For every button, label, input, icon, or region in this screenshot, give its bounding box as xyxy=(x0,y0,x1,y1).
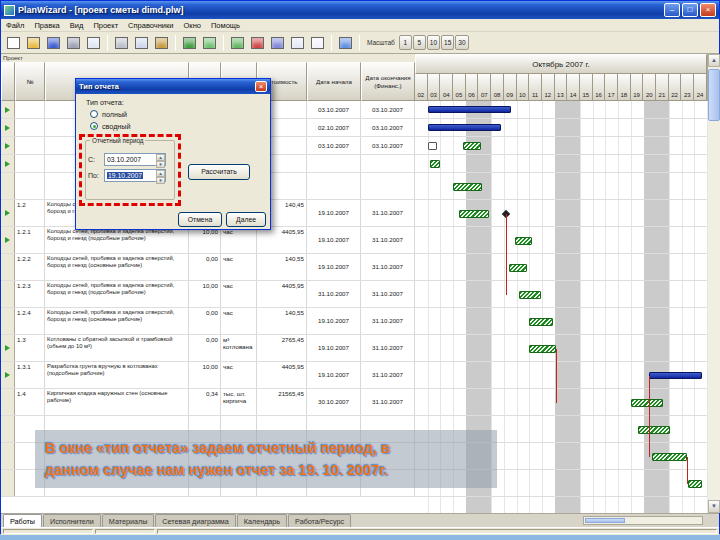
close-button[interactable]: × xyxy=(700,3,716,17)
report-type-option-0[interactable]: полный xyxy=(90,108,131,120)
horizontal-scrollbar[interactable] xyxy=(583,516,703,525)
tab-2[interactable]: Исполнители xyxy=(43,514,101,527)
column-header-marker[interactable] xyxy=(1,62,15,101)
link-tasks-button[interactable] xyxy=(268,34,287,52)
table-row[interactable]: 1.2.4Колодцы сетей, пробивка и заделка о… xyxy=(1,308,707,335)
spinner-up-icon[interactable]: ▲ xyxy=(156,170,165,177)
table-row[interactable]: 1.2.3Колодцы сетей, пробивка и заделка о… xyxy=(1,281,707,308)
open-file-button[interactable] xyxy=(24,34,43,52)
cell-qty: 10,00 xyxy=(189,281,221,307)
scroll-up-icon[interactable]: ▲ xyxy=(708,54,720,67)
spinner-up-icon[interactable]: ▲ xyxy=(156,154,165,161)
maximize-button[interactable]: □ xyxy=(682,3,698,17)
report-period-highlight: Отчетный период С: 03.10.2007 ▲ ▼ По: xyxy=(79,134,181,206)
table-row[interactable]: 1.3Котлованы с обратной засыпкой и трамб… xyxy=(1,335,707,362)
paste-icon xyxy=(155,37,168,49)
cell-num: 1.2 xyxy=(15,200,45,226)
scrollbar-track[interactable] xyxy=(708,67,720,500)
project-label: Проект xyxy=(1,54,415,62)
spinner-down-icon[interactable]: ▼ xyxy=(156,177,165,184)
cell-start: 31.10.2007 xyxy=(307,281,361,307)
undo-button[interactable] xyxy=(180,34,199,52)
cell-cost: 4405,95 xyxy=(257,281,307,307)
column-header-num[interactable]: № xyxy=(15,62,45,101)
scroll-down-icon[interactable]: ▼ xyxy=(708,500,720,513)
print-button[interactable] xyxy=(64,34,83,52)
add-task-button[interactable] xyxy=(228,34,247,52)
scrollbar-thumb[interactable] xyxy=(708,69,720,121)
report-type-option-1[interactable]: сводный xyxy=(90,120,131,132)
gantt-day-14: 14 xyxy=(567,74,580,101)
gantt-day-20: 20 xyxy=(643,74,656,101)
cell-num xyxy=(15,137,45,154)
next-button[interactable]: Далее xyxy=(226,212,266,227)
tab-6[interactable]: Работа/Ресурс xyxy=(288,514,351,527)
row-marker-cell xyxy=(1,227,15,253)
date-to-input[interactable]: 19.10.2007 ▲ ▼ xyxy=(104,169,166,182)
cell-unit: тыс. шт. кирпича xyxy=(221,389,257,415)
date-from-spinner[interactable]: ▲ ▼ xyxy=(156,154,165,165)
menu-view[interactable]: Вид xyxy=(65,21,89,30)
gantt-day-24: 24 xyxy=(694,74,707,101)
cell-unit: м³ котлована xyxy=(221,335,257,361)
row-marker-cell xyxy=(1,119,15,136)
cut-button[interactable] xyxy=(112,34,131,52)
table-row[interactable]: 1.3.1Разработка грунта вручную в котлова… xyxy=(1,362,707,389)
table-row[interactable]: 1.2.2Колодцы сетей, пробивка и заделка о… xyxy=(1,254,707,281)
paste-button[interactable] xyxy=(152,34,171,52)
date-to-spinner[interactable]: ▲ ▼ xyxy=(156,170,165,181)
scale-button-30[interactable]: 30 xyxy=(455,35,468,50)
window-titlebar: PlanWizard - [проект сметы dimd.plw] – □… xyxy=(1,1,719,19)
cell-start: 19.10.2007 xyxy=(307,308,361,334)
chart-button[interactable] xyxy=(336,34,355,52)
column-header-end[interactable]: Дата окончания (Финанс.) xyxy=(361,62,415,101)
cut-icon xyxy=(115,37,128,49)
new-document-button[interactable] xyxy=(4,34,23,52)
cell-unit: час xyxy=(221,227,257,253)
date-from-input[interactable]: 03.10.2007 ▲ ▼ xyxy=(104,153,166,166)
add-task-icon xyxy=(231,37,244,49)
tab-1[interactable]: Работы xyxy=(3,514,42,527)
vertical-scrollbar[interactable]: ▲ ▼ xyxy=(707,54,720,513)
scale-label: Масштаб xyxy=(367,39,395,46)
cancel-button[interactable]: Отмена xyxy=(178,212,222,227)
column-header-start[interactable]: Дата начала xyxy=(307,62,361,101)
spinner-down-icon[interactable]: ▼ xyxy=(156,161,165,168)
tab-3[interactable]: Материалы xyxy=(102,514,155,527)
menu-file[interactable]: Файл xyxy=(1,21,29,30)
horizontal-scrollbar-thumb[interactable] xyxy=(585,518,625,523)
save-button[interactable] xyxy=(44,34,63,52)
scale-button-5[interactable]: 5 xyxy=(413,35,426,50)
tab-4[interactable]: Сетевая диаграмма xyxy=(155,514,235,527)
table-row[interactable]: 1.2.1Колодцы сетей, пробивка и заделка о… xyxy=(1,227,707,254)
menu-help[interactable]: Помощь xyxy=(206,21,245,30)
print-preview-button[interactable] xyxy=(84,34,103,52)
menu-window[interactable]: Окно xyxy=(179,21,206,30)
copy-button[interactable] xyxy=(132,34,151,52)
radio-icon xyxy=(90,110,98,118)
tab-5[interactable]: Календарь xyxy=(237,514,287,527)
report-button[interactable] xyxy=(308,34,327,52)
cell-end: 31.10.2007 xyxy=(361,362,415,388)
redo-icon xyxy=(203,37,216,49)
table-row[interactable]: 1.4Кирпичная кладка наружных стен (основ… xyxy=(1,389,707,416)
radio-label: полный xyxy=(102,110,127,119)
redo-button[interactable] xyxy=(200,34,219,52)
gantt-day-21: 21 xyxy=(656,74,669,101)
cell-cost: 2765,45 xyxy=(257,335,307,361)
gantt-day-06: 06 xyxy=(466,74,479,101)
scale-button-15[interactable]: 15 xyxy=(441,35,454,50)
cell-start: 19.10.2007 xyxy=(307,227,361,253)
delete-task-button[interactable] xyxy=(248,34,267,52)
calendar-button[interactable] xyxy=(288,34,307,52)
menu-references[interactable]: Справочники xyxy=(123,21,178,30)
minimize-button[interactable]: – xyxy=(664,3,680,17)
window-controls: – □ × xyxy=(664,3,716,17)
menu-project[interactable]: Проект xyxy=(88,21,123,30)
menu-edit[interactable]: Правка xyxy=(29,21,64,30)
dialog-close-button[interactable]: × xyxy=(255,81,267,92)
calculate-button[interactable]: Рассчитать xyxy=(188,164,250,180)
scale-button-10[interactable]: 10 xyxy=(427,35,440,50)
gantt-day-04: 04 xyxy=(440,74,453,101)
scale-button-1[interactable]: 1 xyxy=(399,35,412,50)
